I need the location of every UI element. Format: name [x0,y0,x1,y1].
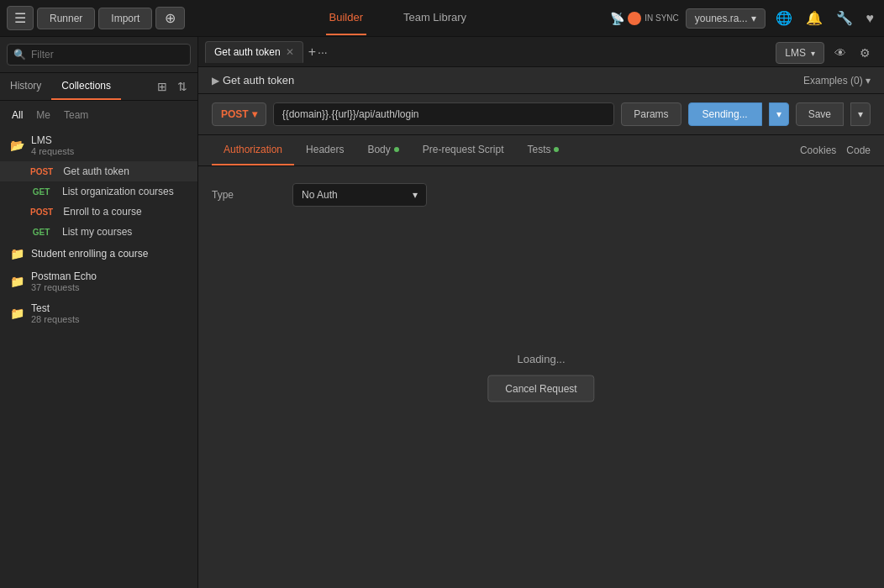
request-title: Get auth token [223,74,294,87]
collection-lms[interactable]: 📂 LMS 4 requests [0,129,197,161]
sidebar-filter-area: 🔍 [0,37,197,73]
collection-lms-meta: 4 requests [31,146,74,156]
topbar-left: ☰ Runner Import ⊕ [7,6,185,30]
type-value: No Auth [302,189,338,201]
new-collection-button[interactable]: ⊞ [154,78,171,95]
subtab-headers[interactable]: Headers [294,135,355,165]
request-name-enroll: Enroll to a course [63,206,141,218]
settings-icon[interactable]: ⚙ [856,43,874,63]
loading-overlay: Loading... Cancel Request [487,353,594,402]
request-name-list-my: List my courses [62,226,132,238]
globe-icon[interactable]: 🌐 [772,7,796,29]
method-get-badge-2: GET [27,227,55,238]
save-button[interactable]: Save [796,102,844,126]
loading-text: Loading... [517,353,565,365]
send-dropdown-button[interactable]: ▾ [769,102,789,126]
tab-close-button[interactable]: ✕ [286,47,294,57]
collection-test-info: Test 28 requests [31,302,79,324]
folder-closed-icon-2: 📁 [10,275,24,288]
type-chevron: ▾ [413,189,418,201]
send-button[interactable]: Sending... [688,102,762,126]
runner-button[interactable]: Runner [37,8,95,29]
seg-all[interactable]: All [7,108,28,123]
sidebar: 🔍 History Collections ⊞ ⇅ All Me Team 📂 [0,37,198,588]
sync-label: IN SYNC [645,13,679,23]
request-get-auth-token[interactable]: POST Get auth token [0,161,197,181]
url-bar: POST ▾ Params Sending... ▾ Save ▾ [198,94,884,135]
user-menu-button[interactable]: younes.ra... ▾ [686,8,766,29]
search-icon: 🔍 [13,49,26,60]
tests-dot [554,147,559,152]
new-tab-button[interactable]: ⊕ [155,7,185,29]
tab-label: Get auth token [214,46,281,58]
type-label: Type [212,189,279,201]
subtab-tests-label: Tests [527,144,550,155]
subtab-body-label: Body [367,144,390,155]
sync-status: 📡 IN SYNC [610,12,679,25]
user-label: younes.ra... [695,13,748,24]
request-list-org-courses[interactable]: GET List organization courses [0,181,197,202]
filter-input[interactable] [7,44,191,66]
collection-postman-meta: 37 requests [31,282,97,292]
heart-icon[interactable]: ♥ [863,8,878,29]
chevron-down-icon: ▾ [811,49,815,58]
method-chevron: ▾ [252,108,257,120]
type-select[interactable]: No Auth ▾ [292,183,427,207]
tab-collections[interactable]: Collections [51,73,121,100]
chevron-down-icon: ▾ [751,13,756,24]
collection-student[interactable]: 📁 Student enrolling a course ··· [0,242,197,265]
subtab-headers-label: Headers [306,144,344,155]
tab-more-button[interactable]: ··· [318,45,328,59]
tab-team-library[interactable]: Team Library [400,1,470,35]
tab-history[interactable]: History [0,73,51,100]
sub-tabs-right: Cookies Code [800,144,871,156]
collection-test-meta: 28 requests [31,314,79,324]
collection-student-name: Student enrolling a course [31,248,148,260]
sub-tab-bar: Authorization Headers Body Pre-request S… [198,135,884,166]
method-select[interactable]: POST ▾ [212,102,266,126]
params-button[interactable]: Params [621,102,681,126]
seg-me[interactable]: Me [31,108,55,123]
cancel-request-button[interactable]: Cancel Request [487,375,594,402]
topbar-right: 📡 IN SYNC younes.ra... ▾ 🌐 🔔 🔧 ♥ [610,7,877,29]
subtab-body[interactable]: Body [355,135,410,165]
subtab-authorization[interactable]: Authorization [212,135,294,165]
examples-link[interactable]: Examples (0) ▾ [803,75,871,87]
collection-test-name: Test [31,302,79,314]
examples-label: Examples (0) [803,75,863,87]
tab-add-button[interactable]: + [308,45,316,60]
seg-team[interactable]: Team [59,108,93,123]
subtab-prereq-label: Pre-request Script [423,144,504,155]
code-link[interactable]: Code [846,144,871,156]
folder-open-icon: 📂 [10,139,24,152]
url-input[interactable] [273,102,615,126]
cookies-link[interactable]: Cookies [800,144,836,156]
satellite-icon: 📡 [610,12,624,25]
collection-test[interactable]: 📁 Test 28 requests [0,297,197,329]
bell-icon[interactable]: 🔔 [802,7,826,29]
sidebar-toggle-button[interactable]: ☰ [7,6,34,30]
tab-builder[interactable]: Builder [326,1,366,35]
topbar: ☰ Runner Import ⊕ Builder Team Library 📡… [0,0,884,37]
workspace-label: LMS [785,47,806,59]
request-name-list-org: List organization courses [62,186,174,197]
request-list-my-courses[interactable]: GET List my courses [0,222,197,242]
topbar-center: Builder Team Library [188,1,607,35]
tab-get-auth-token[interactable]: Get auth token ✕ [205,41,303,63]
request-enroll[interactable]: POST Enroll to a course [0,202,197,222]
save-dropdown-button[interactable]: ▾ [850,102,871,126]
subtab-prerequest[interactable]: Pre-request Script [411,135,516,165]
subtab-tests[interactable]: Tests [515,135,571,165]
method-get-badge-1: GET [27,186,55,197]
folder-closed-icon-3: 📁 [10,307,24,320]
import-button[interactable]: Import [98,8,152,29]
workspace-selector[interactable]: LMS ▾ [776,42,824,64]
eye-icon[interactable]: 👁 [831,43,850,63]
collection-lms-name: LMS [31,134,74,146]
type-row: Type No Auth ▾ [212,183,871,207]
collection-postman[interactable]: 📁 Postman Echo 37 requests [0,265,197,297]
filter-wrap: 🔍 [7,44,191,66]
sort-button[interactable]: ⇅ [174,78,191,95]
collection-postman-name: Postman Echo [31,270,97,282]
wrench-icon[interactable]: 🔧 [833,7,856,29]
